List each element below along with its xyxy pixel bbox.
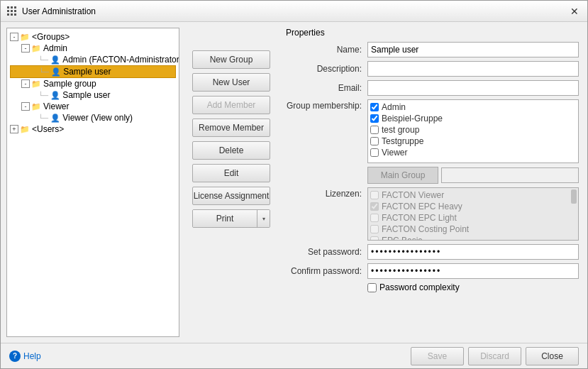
tree-label-groups: <Groups> [32,32,70,42]
name-input[interactable] [367,42,579,57]
tree-line-viewer: └─ [38,114,48,122]
middle-panel: New Group New User Add Member Remove Mem… [185,22,277,343]
group-beispiel-label: Beispiel-Gruppe [382,114,443,123]
tree-item-sample-user-selected[interactable]: └─ 👤 Sample user [10,65,176,78]
group-test-item: test group [370,125,576,135]
tree-label-sample-user-sg: Sample user [62,90,110,100]
group-testgruppe-checkbox[interactable] [370,137,379,145]
close-button[interactable]: Close [526,347,579,365]
group-admin-checkbox[interactable] [370,103,379,111]
tree-item-users-root[interactable]: + 📁 <Users> [10,123,176,135]
add-member-button[interactable]: Add Member [192,96,270,114]
group-beispiel-item: Beispiel-Gruppe [370,114,576,123]
tree-item-admin-facton[interactable]: └─ 👤 Admin (FACTON-Administrator) [10,54,176,65]
group-membership-list: Admin Beispiel-Gruppe test group Testgru… [367,99,579,163]
license-assignment-button[interactable]: License Assignment [192,187,270,205]
expander-groups[interactable]: - [10,33,18,41]
group-test-label: test group [382,125,419,135]
password-complexity-checkbox[interactable] [367,283,377,292]
liz-viewer-label: FACTON Viewer [382,190,444,200]
set-password-row: Set password: [286,244,579,260]
tree-label-admin: Admin [43,43,67,53]
password-complexity-label: Password complexity [379,282,460,292]
tree-container[interactable]: - 📁 <Groups> - 📁 Admin └─ 👤 Admin (FACTO… [6,28,179,337]
main-group-button[interactable]: Main Group [367,167,438,184]
remove-member-button[interactable]: Remove Member [192,119,270,137]
discard-button[interactable]: Discard [468,347,521,365]
group-viewer-checkbox[interactable] [370,148,379,157]
expander-viewer[interactable]: - [21,102,30,111]
user-icon-admin-facton: 👤 [50,55,60,65]
description-input[interactable] [367,61,579,77]
tree-label-viewer: Viewer [43,101,69,111]
app-icon [6,6,18,17]
tree-item-sample-user-sg[interactable]: └─ 👤 Sample user [10,89,176,101]
edit-button[interactable]: Edit [192,164,270,182]
tree-label-admin-facton: Admin (FACTON-Administrator) [62,55,179,65]
help-icon: ? [9,351,21,362]
group-test-checkbox[interactable] [370,126,379,134]
expander-users[interactable]: + [10,125,18,133]
main-window: User Administration ✕ - 📁 <Groups> - 📁 A… [0,0,588,369]
folder-icon-users: 📁 [20,125,30,134]
main-group-input [441,167,579,183]
tree-item-viewer-group[interactable]: - 📁 Viewer [10,101,176,112]
user-icon-sample: 👤 [51,67,61,77]
tree-label-users: <Users> [32,124,64,134]
lizenzen-label: Lizenzen: [286,187,367,199]
help-label: Help [23,351,41,361]
main-group-row: Main Group [286,167,579,184]
tree-label-sample-group: Sample group [43,79,96,89]
close-window-button[interactable]: ✕ [567,4,582,18]
liz-epc-heavy-label: FACTON EPC Heavy [382,202,462,211]
group-admin-label: Admin [382,102,406,112]
email-row: Email: [286,80,579,96]
window-title: User Administration [22,6,567,16]
set-password-input[interactable] [367,244,579,260]
lizenzen-scrollbar[interactable] [571,189,577,204]
expander-admin[interactable]: - [21,44,30,53]
password-complexity-wrapper: Password complexity [367,282,460,292]
properties-title: Properties [286,28,579,38]
help-link[interactable]: ? Help [9,351,41,362]
tree-item-viewer-view-only[interactable]: └─ 👤 Viewer (View only) [10,112,176,123]
liz-epc-light-label: FACTON EPC Light [382,213,457,223]
group-beispiel-checkbox[interactable] [370,114,379,123]
liz-epc-light-checkbox[interactable] [370,214,379,222]
liz-epc-basic-checkbox[interactable] [370,236,379,241]
tree-item-sample-group[interactable]: - 📁 Sample group [10,78,176,89]
save-button[interactable]: Save [411,347,464,365]
tree-item-admin-group[interactable]: - 📁 Admin [10,43,176,54]
tree-line-sample-user-sg: └─ [38,92,48,99]
user-icon-viewer: 👤 [50,114,60,123]
tree-item-groups-root[interactable]: - 📁 <Groups> [10,31,176,43]
confirm-password-label: Confirm password: [286,266,367,276]
liz-costing-checkbox[interactable] [370,225,379,233]
group-membership-label: Group membership: [286,99,367,111]
delete-button[interactable]: Delete [192,141,270,160]
name-label: Name: [286,45,367,55]
group-testgruppe-label: Testgruppe [382,136,423,146]
expander-sample-group[interactable]: - [21,79,30,88]
liz-viewer-checkbox[interactable] [370,191,379,199]
email-input[interactable] [367,80,579,96]
print-split-button: Print ▾ [192,209,270,228]
lizenzen-list: FACTON Viewer FACTON EPC Heavy FACTON EP… [367,187,579,241]
description-row: Description: [286,61,579,77]
liz-costing-label: FACTON Costing Point [382,224,469,234]
new-user-button[interactable]: New User [192,73,270,92]
folder-icon: 📁 [20,33,30,42]
print-dropdown-arrow[interactable]: ▾ [257,210,270,227]
group-membership-row: Group membership: Admin Beispiel-Gruppe … [286,99,579,163]
tree-line-sample-user: └─ [39,68,49,76]
print-button[interactable]: Print [193,210,257,227]
confirm-password-input[interactable] [367,263,579,279]
bottom-bar: ? Help Save Discard Close [1,343,587,368]
main-content: - 📁 <Groups> - 📁 Admin └─ 👤 Admin (FACTO… [1,22,587,343]
liz-epc-heavy-checkbox[interactable] [370,202,379,211]
new-group-button[interactable]: New Group [192,50,270,69]
bottom-right-buttons: Save Discard Close [411,347,579,365]
email-label: Email: [286,83,367,93]
group-viewer-item: Viewer [370,148,576,158]
liz-viewer-item: FACTON Viewer [370,190,576,200]
